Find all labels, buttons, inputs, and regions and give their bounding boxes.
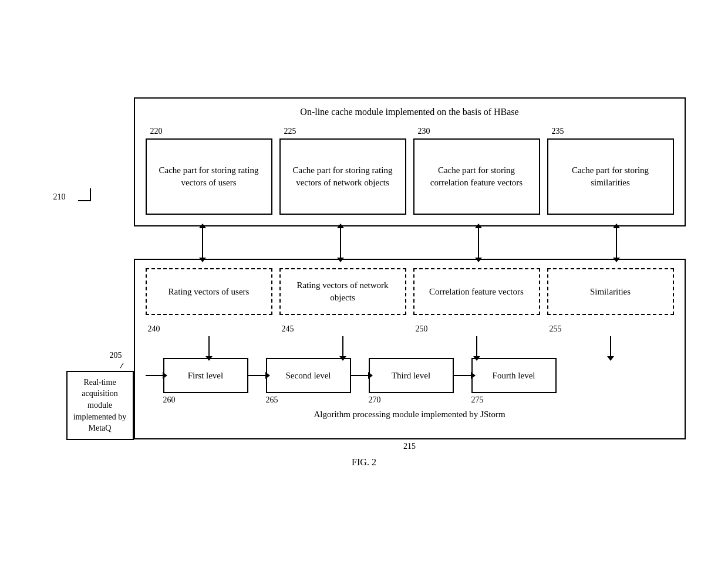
- ref-250: 250: [413, 324, 540, 334]
- dashed-255-wrapper: Similarities: [547, 268, 674, 315]
- cache-box-230: Cache part for storing correlation featu…: [413, 138, 540, 215]
- level-box-third: Third level: [369, 358, 454, 393]
- vert-down-arrows: [146, 336, 674, 357]
- cache-module: On-line cache module implemented on the …: [134, 97, 686, 226]
- cache-box-225: Cache part for storing rating vectors of…: [279, 138, 406, 215]
- algo-module-title: Algorithm processing module implemented …: [146, 410, 674, 419]
- level-row: First level Second level Third level: [146, 358, 674, 393]
- level-box-second: Second level: [266, 358, 351, 393]
- realtime-box: Real-time acquisition module implemented…: [66, 371, 134, 440]
- dashed-box-240: Rating vectors of users: [146, 268, 272, 315]
- ref-210-line: [78, 200, 90, 201]
- arrows-row: [134, 226, 686, 259]
- dashed-box-250: Correlation feature vectors: [413, 268, 540, 315]
- ref-235: 235: [547, 127, 564, 136]
- realtime-to-first-arrow: [146, 375, 163, 376]
- dashed-refs-row: 240 245 250 255: [146, 324, 674, 334]
- diagram-container: 210 205 Real-time acquisition module imp…: [43, 97, 686, 468]
- cache-box-220-wrapper: 220 Cache part for storing rating vector…: [146, 127, 272, 215]
- cache-box-225-wrapper: 225 Cache part for storing rating vector…: [279, 127, 406, 215]
- cache-boxes-row: 220 Cache part for storing rating vector…: [146, 127, 674, 215]
- second-to-third-arrow: [351, 375, 369, 376]
- fig-caption: FIG. 2: [352, 457, 376, 468]
- ref-270: 270: [369, 395, 454, 405]
- cache-box-220: Cache part for storing rating vectors of…: [146, 138, 272, 215]
- dashed-boxes-row: Rating vectors of users Rating vectors o…: [146, 268, 674, 315]
- third-to-fourth-arrow: [454, 375, 471, 376]
- first-to-second-arrow: [248, 375, 266, 376]
- cache-module-title: On-line cache module implemented on the …: [146, 106, 674, 119]
- level-box-first: First level: [163, 358, 248, 393]
- dashed-240-wrapper: Rating vectors of users: [146, 268, 272, 315]
- cache-box-235-wrapper: 235 Cache part for storing similarities: [547, 127, 674, 215]
- algo-module: Rating vectors of users Rating vectors o…: [134, 259, 686, 439]
- dashed-245-wrapper: Rating vectors of network objects: [279, 268, 406, 315]
- ref-205: 205: [110, 351, 122, 360]
- ref-245: 245: [279, 324, 406, 334]
- ref-265: 265: [266, 395, 351, 405]
- cache-box-235: Cache part for storing similarities: [547, 138, 674, 215]
- ref-220: 220: [146, 127, 163, 136]
- ref-260: 260: [163, 395, 248, 405]
- ref-205-line: [120, 363, 123, 368]
- ref-255: 255: [547, 324, 674, 334]
- ref-210: 210: [53, 192, 66, 202]
- dashed-box-255: Similarities: [547, 268, 674, 315]
- ref-210-vert: [90, 188, 91, 201]
- dashed-250-wrapper: Correlation feature vectors: [413, 268, 540, 315]
- cache-box-230-wrapper: 230 Cache part for storing correlation f…: [413, 127, 540, 215]
- ref-225: 225: [279, 127, 296, 136]
- ref-275: 275: [471, 395, 557, 405]
- ref-215: 215: [134, 442, 686, 451]
- ref-230: 230: [413, 127, 430, 136]
- dashed-box-245: Rating vectors of network objects: [279, 268, 406, 315]
- level-box-fourth: Fourth level: [471, 358, 557, 393]
- ref-240: 240: [146, 324, 272, 334]
- level-refs-row: 260 265 270 275: [146, 395, 674, 405]
